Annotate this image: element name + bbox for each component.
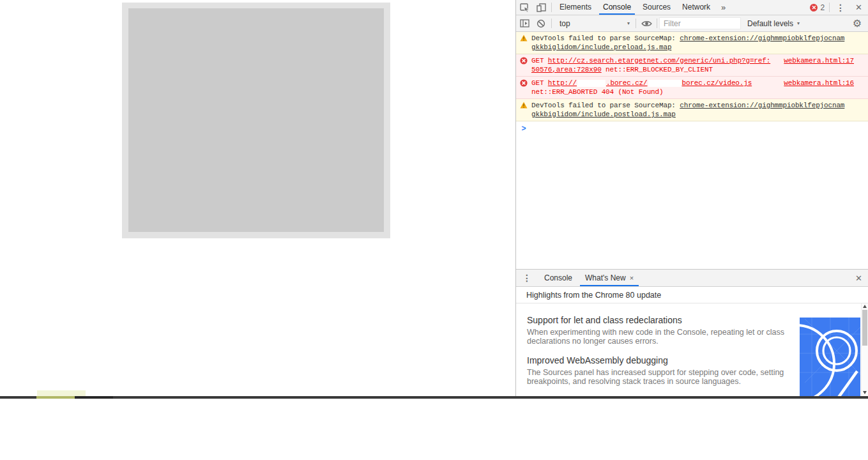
device-toolbar-icon[interactable]	[533, 0, 549, 15]
request-url-link[interactable]: http://	[548, 79, 577, 87]
sourcemap-link[interactable]: chrome-extension://gighmmpiobklfepjocnam	[680, 102, 844, 109]
devtools-tabbar: Elements Console Sources Network » ✕ 2 ⋮…	[516, 0, 868, 15]
warning-text: DevTools failed to parse SourceMap:	[531, 34, 680, 42]
whats-new-section-body: The Sources panel has increased support …	[527, 369, 788, 386]
drawer-tabbar: ⋮ Console What's New × ✕	[516, 270, 868, 287]
devtools-drawer: ⋮ Console What's New × ✕ Highlights from…	[516, 269, 868, 396]
screen: Elements Console Sources Network » ✕ 2 ⋮…	[0, 0, 868, 460]
console-toolbar: top ▾ Default levels ▾ ⚙	[516, 15, 868, 32]
whats-new-section-body: When experimenting with new code in the …	[527, 328, 788, 346]
browser-page-viewport	[0, 0, 515, 396]
tab-elements[interactable]: Elements	[554, 0, 597, 15]
taskbar-edge-highlight	[36, 396, 75, 399]
page-image-placeholder-inner	[128, 8, 384, 232]
scrollbar-thumb[interactable]	[862, 310, 867, 346]
error-status: net::ERR_ABORTED 404 (Not Found)	[531, 88, 663, 96]
devtools-menu-icon[interactable]: ⋮	[832, 3, 849, 13]
scroll-down-arrow-icon[interactable]	[863, 391, 867, 394]
warning-text: DevTools failed to parse SourceMap:	[531, 102, 680, 109]
warning-icon	[516, 34, 531, 52]
execution-context-selector[interactable]: top ▾	[554, 19, 634, 28]
sourcemap-link[interactable]: chrome-extension://gighmmpiobklfepjocnam	[680, 34, 844, 42]
drawer-menu-icon[interactable]: ⋮	[516, 273, 538, 283]
console-input-area[interactable]	[531, 125, 868, 134]
close-whats-new-tab-icon[interactable]: ×	[630, 270, 634, 286]
chevron-down-icon: ▾	[627, 20, 630, 26]
source-location-link[interactable]: webkamera.html:16	[784, 79, 854, 88]
divider	[551, 19, 552, 28]
console-message-error: GET http://cz.search.etargetnet.com/gene…	[516, 54, 868, 77]
taskbar-edge-dark	[75, 396, 113, 399]
taskbar-glow	[37, 390, 86, 396]
sourcemap-link[interactable]: gkkbiglidom/include.postload.js.map	[531, 111, 676, 118]
whats-new-header-label: Highlights from the Chrome 80 update	[526, 291, 661, 300]
chevron-down-icon: ▾	[797, 20, 800, 26]
tab-console[interactable]: Console	[597, 0, 637, 15]
redacted-region	[648, 80, 681, 87]
whats-new-header: Highlights from the Chrome 80 update	[516, 287, 868, 303]
drawer-tab-console[interactable]: Console	[538, 270, 579, 286]
drawer-close-icon[interactable]: ✕	[849, 273, 868, 283]
divider	[636, 19, 636, 28]
tab-network[interactable]: Network	[676, 0, 716, 15]
warning-icon	[516, 101, 531, 119]
sourcemap-link[interactable]: gkkbiglidom/include.preload.js.map	[531, 43, 671, 51]
taskbar-edge	[0, 396, 868, 399]
devtools-panel: Elements Console Sources Network » ✕ 2 ⋮…	[515, 0, 868, 396]
console-message-warning: DevTools failed to parse SourceMap: chro…	[516, 99, 868, 121]
whats-new-content: Support for let and class redeclarations…	[516, 303, 868, 396]
more-tabs-chevron-icon[interactable]: »	[716, 3, 731, 12]
error-badge-count: 2	[820, 3, 825, 12]
request-url-link[interactable]: 50576,area:728x90	[531, 66, 602, 73]
divider	[657, 19, 657, 28]
request-url-link[interactable]: http://cz.search.etargetnet.com/generic/…	[548, 57, 770, 65]
error-count-badge[interactable]: ✕ 2	[807, 3, 827, 12]
console-settings-gear-icon[interactable]: ⚙	[849, 16, 865, 31]
error-icon	[516, 56, 531, 74]
drawer-tab-whats-new-label: What's New	[585, 270, 626, 286]
error-status: net::ERR_BLOCKED_BY_CLIENT	[602, 66, 713, 73]
console-message-warning: DevTools failed to parse SourceMap: chro…	[516, 32, 868, 54]
context-value: top	[560, 19, 570, 28]
page-image-placeholder	[122, 3, 390, 238]
console-prompt-chevron-icon: >	[516, 125, 531, 134]
source-location-link[interactable]: webkamera.html:17	[784, 56, 854, 65]
whats-new-section-title[interactable]: Improved WebAssembly debugging	[527, 355, 788, 365]
error-method: GET	[531, 57, 548, 65]
chrome-80-artwork-image	[800, 318, 860, 396]
console-log: DevTools failed to parse SourceMap: chro…	[516, 32, 868, 269]
devtools-close-icon[interactable]: ✕	[849, 3, 868, 12]
whats-new-section-title[interactable]: Support for let and class redeclarations	[527, 315, 788, 325]
live-expression-eye-icon[interactable]	[638, 16, 655, 31]
console-prompt[interactable]: >	[516, 121, 868, 137]
log-levels-dropdown[interactable]: Default levels ▾	[741, 19, 806, 28]
error-badge-icon: ✕	[810, 4, 818, 12]
redacted-region	[577, 80, 605, 87]
tab-sources[interactable]: Sources	[637, 0, 676, 15]
divider	[829, 3, 830, 12]
error-icon	[516, 79, 531, 96]
console-message-error: GET http://.borec.cz/borec.cz/video.js w…	[516, 77, 868, 99]
filter-input[interactable]	[659, 17, 741, 29]
request-url-link[interactable]: .borec.cz/	[606, 79, 648, 87]
error-method: GET	[531, 79, 548, 87]
inspect-element-icon[interactable]	[516, 0, 533, 15]
clear-console-icon[interactable]	[533, 16, 549, 31]
drawer-tab-whats-new[interactable]: What's New ×	[579, 270, 640, 286]
drawer-tab-console-label: Console	[544, 270, 572, 286]
levels-value: Default levels	[747, 19, 793, 28]
divider	[551, 3, 552, 12]
whats-new-scrollbar[interactable]	[861, 303, 868, 396]
console-sidebar-toggle-icon[interactable]	[516, 16, 533, 31]
request-url-link[interactable]: borec.cz/video.js	[682, 79, 752, 87]
scroll-up-arrow-icon[interactable]	[863, 305, 867, 308]
